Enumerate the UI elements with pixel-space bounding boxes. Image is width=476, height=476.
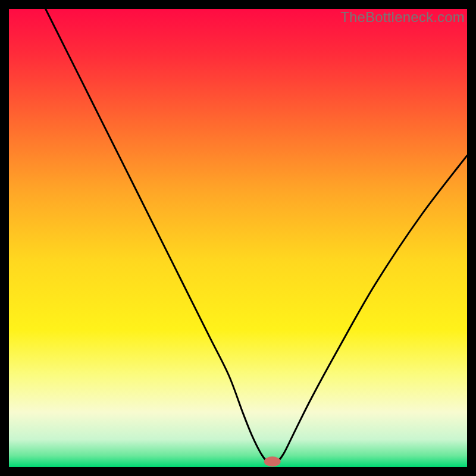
optimal-point-marker [264,456,281,466]
chart-svg [9,9,467,467]
watermark-text: TheBottleneck.com [340,9,465,26]
chart-frame: TheBottleneck.com [9,9,467,467]
